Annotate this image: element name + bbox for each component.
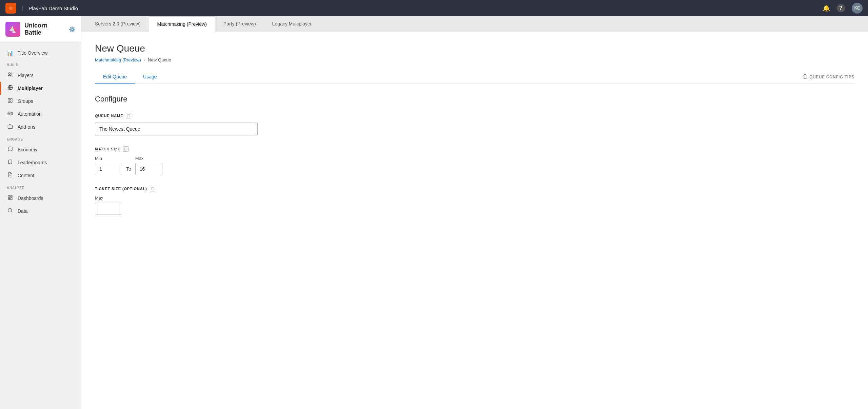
tab-edit-queue[interactable]: Edit Queue — [95, 71, 135, 83]
svg-point-10 — [8, 112, 12, 115]
svg-rect-5 — [8, 98, 10, 100]
sidebar-item-economy[interactable]: Economy — [0, 143, 81, 156]
automation-icon — [7, 111, 14, 117]
breadcrumb-separator: › — [144, 57, 145, 62]
queue-name-label: QUEUE NAME — [95, 113, 854, 118]
user-avatar[interactable]: KE — [852, 3, 863, 14]
topbar-right: 🔔 ? KE — [823, 3, 863, 14]
svg-rect-24 — [151, 187, 154, 190]
ticket-size-label: TICKET SIZE (OPTIONAL) — [95, 186, 854, 191]
match-size-row: Min To Max — [95, 156, 854, 175]
queue-config-tips-button[interactable]: ⓘ Queue Config Tips — [803, 71, 855, 83]
sidebar-item-addons-label: Add-ons — [18, 124, 35, 130]
sidebar-item-leaderboards-label: Leaderboards — [18, 160, 47, 165]
bell-icon[interactable]: 🔔 — [823, 4, 830, 12]
sidebar-item-multiplayer[interactable]: Multiplayer — [0, 82, 81, 95]
sidebar: 🦄 Unicorn Battle ⚙️ 📊 Title Overview BUI… — [0, 16, 81, 409]
configure-section-title: Configure — [95, 95, 854, 104]
leaderboards-icon — [7, 159, 14, 166]
topbar: | PlayFab Demo Studio 🔔 ? KE — [0, 0, 868, 16]
sidebar-nav: 📊 Title Overview BUILD Players Multiplay… — [0, 42, 81, 222]
tab-servers[interactable]: Servers 2.0 (Preview) — [87, 16, 149, 32]
economy-icon — [7, 146, 14, 153]
ticket-max-input[interactable] — [95, 203, 122, 215]
breadcrumb-current: New Queue — [148, 57, 171, 62]
svg-line-20 — [11, 211, 12, 212]
sidebar-item-groups-label: Groups — [18, 98, 33, 104]
multiplayer-icon — [7, 85, 14, 92]
topbar-left: | PlayFab Demo Studio — [5, 3, 78, 14]
sidebar-item-leaderboards[interactable]: Leaderboards — [0, 156, 81, 169]
svg-rect-7 — [11, 101, 12, 103]
ticket-max-col: Max — [95, 196, 854, 215]
sidebar-item-data[interactable]: Data — [0, 205, 81, 218]
ticket-max-label: Max — [95, 196, 854, 201]
analyze-section-label: ANALYZE — [0, 182, 81, 192]
tab-matchmaking[interactable]: Matchmaking (Preview) — [149, 16, 215, 32]
queue-name-tooltip-icon[interactable] — [126, 113, 131, 118]
breadcrumb: Matchmaking (Preview) › New Queue — [95, 57, 854, 62]
chart-icon: 📊 — [7, 50, 14, 56]
playfab-logo[interactable] — [5, 3, 16, 14]
svg-rect-6 — [11, 98, 12, 100]
sidebar-item-dashboards[interactable]: Dashboards — [0, 192, 81, 205]
queue-name-field-group: QUEUE NAME — [95, 113, 854, 135]
help-icon[interactable]: ? — [837, 4, 845, 12]
sidebar-item-automation-label: Automation — [18, 111, 42, 117]
topbar-divider: | — [22, 5, 23, 11]
sidebar-item-automation[interactable]: Automation — [0, 108, 81, 120]
match-size-min-col: Min — [95, 156, 122, 175]
brand-icon: 🦄 — [5, 22, 20, 37]
dashboards-icon — [7, 195, 14, 202]
page-title: New Queue — [95, 43, 854, 54]
ticket-size-field-group: TICKET SIZE (OPTIONAL) Max — [95, 186, 854, 215]
sub-tabs: Edit Queue Usage ⓘ Queue Config Tips — [95, 71, 854, 84]
sidebar-item-groups[interactable]: Groups — [0, 95, 81, 108]
svg-rect-8 — [8, 101, 10, 103]
min-label: Min — [95, 156, 122, 161]
sidebar-brand: 🦄 Unicorn Battle ⚙️ — [0, 16, 81, 42]
build-section-label: BUILD — [0, 59, 81, 69]
title-overview-label: Title Overview — [18, 50, 47, 56]
svg-rect-21 — [127, 114, 130, 117]
breadcrumb-link[interactable]: Matchmaking (Preview) — [95, 57, 141, 62]
max-input[interactable] — [135, 163, 162, 175]
ticket-size-tooltip-icon[interactable] — [150, 186, 155, 191]
svg-rect-16 — [11, 196, 12, 197]
svg-point-19 — [8, 208, 12, 212]
svg-rect-23 — [124, 148, 127, 150]
svg-rect-17 — [11, 198, 12, 200]
sidebar-item-data-label: Data — [18, 208, 28, 214]
match-size-tooltip-icon[interactable] — [123, 146, 129, 152]
tab-usage[interactable]: Usage — [135, 71, 165, 83]
sidebar-item-economy-label: Economy — [18, 147, 37, 152]
main-layout: 🦄 Unicorn Battle ⚙️ 📊 Title Overview BUI… — [0, 16, 868, 409]
studio-name: PlayFab Demo Studio — [28, 5, 78, 11]
min-input[interactable] — [95, 163, 122, 175]
sidebar-item-addons[interactable]: Add-ons — [0, 120, 81, 133]
sidebar-item-players-label: Players — [18, 73, 34, 78]
sub-tabs-left: Edit Queue Usage — [95, 71, 165, 83]
sidebar-item-content[interactable]: Content — [0, 169, 81, 182]
tab-legacy[interactable]: Legacy Multiplayer — [264, 16, 320, 32]
data-icon — [7, 208, 14, 215]
queue-config-tips-label: Queue Config Tips — [809, 75, 854, 79]
sidebar-item-players[interactable]: Players — [0, 69, 81, 82]
match-size-field-group: MATCH SIZE Min To Max — [95, 146, 854, 175]
help-circle-icon: ⓘ — [803, 74, 808, 80]
tab-party[interactable]: Party (Preview) — [215, 16, 264, 32]
groups-icon — [7, 98, 14, 105]
sidebar-item-multiplayer-label: Multiplayer — [18, 86, 43, 91]
svg-point-2 — [8, 73, 10, 74]
tab-bar: Servers 2.0 (Preview) Matchmaking (Previ… — [81, 16, 868, 32]
svg-rect-18 — [8, 199, 10, 200]
queue-name-input[interactable] — [95, 123, 258, 135]
sidebar-item-content-label: Content — [18, 173, 34, 178]
sidebar-item-title-overview[interactable]: 📊 Title Overview — [0, 47, 81, 59]
svg-point-9 — [9, 113, 11, 114]
content-icon — [7, 172, 14, 179]
settings-icon[interactable]: ⚙️ — [69, 26, 76, 33]
content-area: Servers 2.0 (Preview) Matchmaking (Previ… — [81, 16, 868, 409]
sidebar-item-dashboards-label: Dashboards — [18, 196, 43, 201]
page-content: New Queue Matchmaking (Preview) › New Qu… — [81, 32, 868, 409]
